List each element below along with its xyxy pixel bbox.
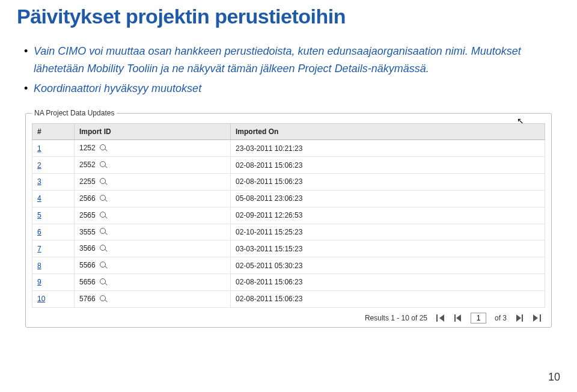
row-ts: 02-08-2011 15:06:23 [231,174,545,191]
updates-group: NA Project Data Updates # Import ID Impo… [25,109,552,327]
row-link[interactable]: 5 [37,211,41,219]
bullet-item: Vain CIMO voi muuttaa osan hankkeen peru… [25,43,560,78]
search-icon[interactable] [99,245,108,253]
search-icon[interactable] [99,262,108,270]
bullet-list: Vain CIMO voi muuttaa osan hankkeen peru… [17,43,560,97]
row-ts: 02-05-2011 05:30:23 [231,257,545,274]
group-legend: NA Project Data Updates [32,109,117,117]
row-ts: 05-08-2011 23:06:23 [231,190,545,207]
last-page-icon[interactable] [532,314,542,322]
table-row: 9 5656 02-08-2011 15:06:23 [32,274,545,291]
table-row: 8 5566 02-05-2011 05:30:23 [32,257,545,274]
row-link[interactable]: 8 [37,262,41,270]
search-icon[interactable] [99,178,108,186]
row-link[interactable]: 4 [37,194,41,203]
table-row: 7 3566 03-03-2011 15:15:23 [32,240,545,257]
prev-page-icon[interactable] [454,314,462,322]
search-icon[interactable] [99,295,108,304]
search-icon[interactable] [99,278,108,287]
row-link[interactable]: 7 [37,245,41,253]
bullet-item: Koordinaattori hyväksyy muutokset [25,80,560,97]
svg-rect-2 [522,314,523,322]
svg-rect-3 [540,314,541,322]
row-id: 5566 [79,261,96,269]
row-link[interactable]: 6 [37,228,41,236]
table-row: 6 3555 02-10-2011 15:25:23 [32,224,545,240]
row-id: 2552 [79,161,96,169]
row-id: 2566 [79,194,96,203]
page-of-label: of 3 [495,314,507,322]
row-link[interactable]: 1 [37,144,41,153]
search-icon[interactable] [99,212,108,220]
table-row: 4 2566 05-08-2011 23:06:23 [32,190,545,207]
table-row: 10 5766 02-08-2011 15:06:23 [32,290,545,307]
slide-number: 10 [548,371,560,384]
row-id: 3555 [79,228,96,236]
search-icon[interactable] [99,195,108,203]
row-ts: 02-09-2011 12:26:53 [231,207,545,224]
search-icon[interactable] [99,144,108,153]
row-ts: 02-08-2011 15:06:23 [231,157,545,174]
row-link[interactable]: 2 [37,161,41,170]
svg-rect-0 [436,314,438,322]
row-id: 2255 [79,177,96,186]
page-input[interactable] [471,313,486,323]
table-row: 3 2255 02-08-2011 15:06:23 [32,174,545,191]
row-ts: 02-08-2011 15:06:23 [231,274,545,291]
table-row: 2 2552 02-08-2011 15:06:23 [32,157,545,174]
table-row: 5 2565 02-09-2011 12:26:53 [32,207,545,224]
first-page-icon[interactable] [436,314,445,322]
col-imported-on: Imported On [231,124,545,140]
col-index: # [32,124,75,140]
row-id: 2565 [79,211,96,219]
row-link[interactable]: 3 [37,177,41,186]
results-label: Results 1 - 10 of 25 [365,314,427,322]
col-import-id: Import ID [75,124,231,140]
updates-table: # Import ID Imported On 1 1252 23-03-201… [32,123,545,307]
row-ts: 02-10-2011 15:25:23 [231,224,545,240]
row-id: 5656 [79,278,96,286]
row-id: 3566 [79,244,96,253]
row-id: 1252 [79,144,96,152]
next-page-icon[interactable] [515,314,524,322]
row-link[interactable]: 10 [37,295,45,303]
row-ts: 23-03-2011 10:21:23 [231,140,545,157]
search-icon[interactable] [99,228,108,236]
svg-rect-1 [454,314,456,322]
search-icon[interactable] [99,161,108,170]
row-ts: 02-08-2011 15:06:23 [231,290,545,307]
pager: Results 1 - 10 of 25 of 3 [32,313,545,323]
row-link[interactable]: 9 [37,278,41,286]
table-row: 1 1252 23-03-2011 10:21:23 [32,140,545,157]
row-id: 5766 [79,295,96,303]
page-title: Päivitykset projektin perustietoihin [17,5,560,28]
row-ts: 03-03-2011 15:15:23 [231,240,545,257]
